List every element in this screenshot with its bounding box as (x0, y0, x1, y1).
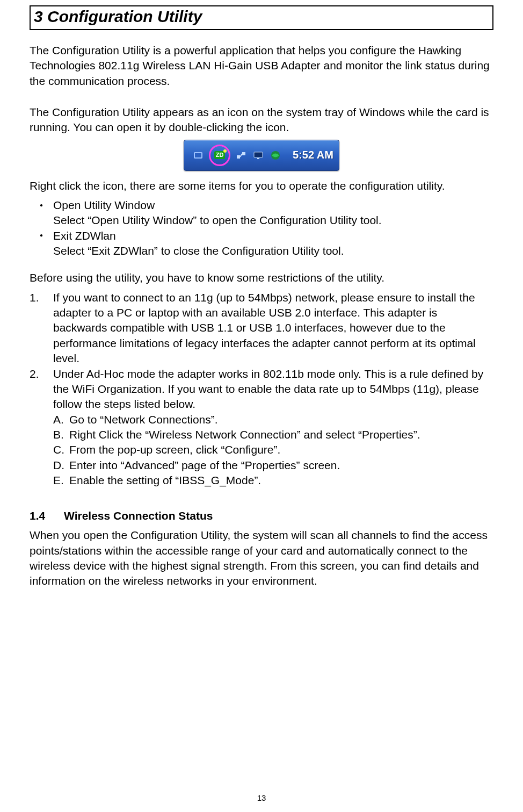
restrictions-intro: Before using the utility, you have to kn… (30, 270, 493, 285)
tray-monitor-icon (252, 149, 265, 162)
list-item: 1. If you want to connect to an 11g (up … (30, 290, 493, 367)
menu-item-desc: Select “Open Utility Window” to open the… (53, 213, 493, 228)
chapter-name: Configuration Utility (47, 8, 202, 25)
chapter-title: 3 Configuration Utility (34, 8, 489, 26)
substep-item: E. Enable the setting of “IBSS_G_Mode”. (53, 473, 493, 488)
bullet-icon (30, 228, 53, 243)
bullet-icon (30, 198, 53, 213)
system-tray-figure: ZD 5:52 AM (30, 140, 493, 171)
list-item: 2. Under Ad-Hoc mode the adapter works i… (30, 367, 493, 412)
svg-line-4 (240, 154, 242, 157)
svg-point-7 (271, 151, 280, 160)
menu-item-title: Open Utility Window (53, 198, 155, 213)
substep-item: C. From the pop-up screen, click “Config… (53, 442, 493, 457)
zd-icon: ZD (214, 151, 226, 159)
tray-generic-icon (192, 149, 205, 162)
substep-text: Enable the setting of “IBSS_G_Mode”. (69, 473, 261, 488)
substep-text: From the pop-up screen, click “Configure… (69, 442, 280, 457)
section-title: Wireless Connection Status (64, 509, 213, 522)
svg-rect-1 (195, 153, 201, 157)
substep-letter: A. (53, 412, 69, 427)
tray-network-icon (235, 149, 248, 162)
substep-item: A. Go to “Network Connections”. (53, 412, 493, 427)
section-heading: 1.4Wireless Connection Status (30, 509, 493, 522)
page-number: 13 (0, 793, 523, 802)
substep-letter: C. (53, 442, 69, 457)
substep-item: D. Enter into “Advanced” page of the “Pr… (53, 458, 493, 473)
document-page: 3 Configuration Utility The Configuratio… (0, 0, 523, 812)
restrictions-list: 1. If you want to connect to an 11g (up … (30, 290, 493, 488)
chapter-heading-box: 3 Configuration Utility (30, 5, 493, 30)
tray-globe-icon (269, 149, 282, 162)
svg-rect-0 (194, 152, 202, 159)
right-click-intro: Right click the icon, there are some ite… (30, 178, 493, 193)
highlighted-utility-icon: ZD (209, 145, 230, 166)
section-number: 1.4 (30, 509, 64, 522)
item-text: Under Ad-Hoc mode the adapter works in 8… (53, 367, 493, 412)
substep-text: Right Click the “Wireless Network Connec… (69, 427, 420, 442)
system-tray: ZD 5:52 AM (184, 140, 339, 171)
svg-rect-6 (257, 158, 259, 159)
item-number: 2. (30, 367, 53, 412)
context-menu-list: Open Utility Window Select “Open Utility… (30, 198, 493, 258)
intro-paragraph-1: The Configuration Utility is a powerful … (30, 43, 493, 89)
section-body: When you open the Configuration Utility,… (30, 528, 493, 588)
list-item: Exit ZDWlan (30, 228, 493, 243)
svg-rect-5 (254, 152, 263, 157)
list-item: Open Utility Window (30, 198, 493, 213)
tray-clock: 5:52 AM (293, 149, 333, 161)
substep-text: Enter into “Advanced” page of the “Prope… (69, 458, 340, 473)
substep-letter: E. (53, 473, 69, 488)
svg-rect-3 (242, 152, 245, 155)
menu-item-title: Exit ZDWlan (53, 228, 116, 243)
item-text: If you want to connect to an 11g (up to … (53, 290, 493, 367)
substep-letter: D. (53, 458, 69, 473)
substep-letter: B. (53, 427, 69, 442)
intro-paragraph-2: The Configuration Utility appears as an … (30, 105, 493, 135)
substep-text: Go to “Network Connections”. (69, 412, 218, 427)
chapter-number: 3 (34, 8, 43, 25)
menu-item-desc: Select “Exit ZDWlan” to close the Config… (53, 243, 493, 258)
svg-rect-2 (237, 155, 240, 159)
item-number: 1. (30, 290, 53, 367)
substep-item: B. Right Click the “Wireless Network Con… (53, 427, 493, 442)
